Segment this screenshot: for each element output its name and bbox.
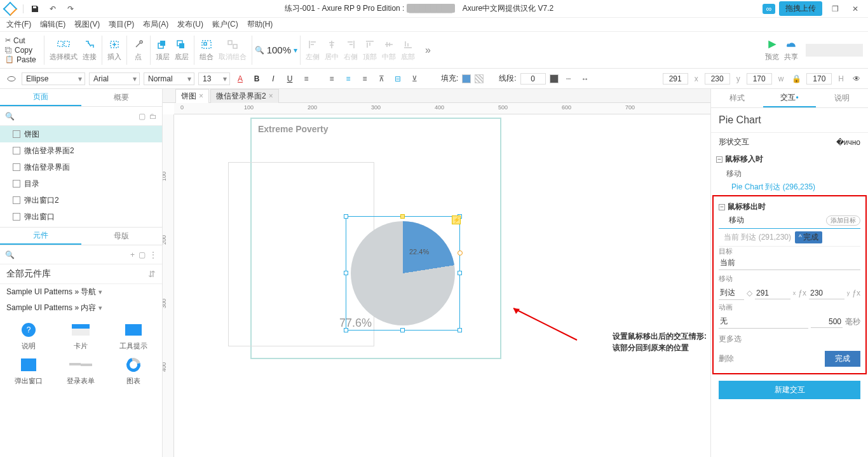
bold-icon[interactable]: B [250, 72, 263, 85]
page-item[interactable]: 弹出窗口2 [0, 192, 162, 208]
insert-tool[interactable]: 插入 [105, 38, 124, 62]
valign-mid-icon[interactable]: ⊟ [391, 72, 404, 85]
close-icon[interactable]: ✕ [848, 4, 863, 13]
send-back[interactable]: 底层 [172, 38, 191, 62]
align-middle[interactable]: 中部 [379, 38, 398, 62]
lib-menu-icon[interactable]: ⋮ [149, 250, 157, 259]
resize-handle[interactable] [458, 271, 462, 275]
tab-interactions[interactable]: 交互 • [763, 89, 815, 107]
target-select[interactable]: 当前 [719, 256, 860, 270]
menu-help[interactable]: 帮助(H) [247, 19, 273, 30]
new-interaction-button[interactable]: 新建交互 [719, 381, 860, 399]
lib-breadcrumb[interactable]: Sample UI Patterns » 内容 ▾ [0, 300, 162, 316]
anim-type-select[interactable]: 无 [719, 315, 808, 329]
bring-front[interactable]: 顶层 [153, 38, 172, 62]
align-left-text-icon[interactable]: ≡ [325, 72, 338, 85]
done-button[interactable]: 完成 [825, 351, 860, 367]
move-type-select[interactable]: 到达 [719, 286, 744, 300]
action-move[interactable]: 移动 [729, 215, 744, 226]
anim-duration-input[interactable] [811, 316, 843, 328]
valign-bot-icon[interactable]: ⊻ [408, 72, 421, 85]
widget-item[interactable]: 弹出窗口 [5, 356, 52, 386]
cut-button[interactable]: ✂ Cut [5, 36, 36, 45]
done-badge[interactable]: ^ 完成 [795, 231, 822, 243]
menu-project[interactable]: 项目(P) [109, 19, 134, 30]
delete-action[interactable]: 删除 [719, 353, 734, 364]
text-color-icon[interactable]: A [234, 72, 247, 85]
select-mode[interactable]: 选择模式 [47, 38, 80, 62]
move-x-input[interactable] [755, 287, 790, 299]
copy-button[interactable]: ⿻ Copy [5, 46, 36, 55]
widget-item[interactable]: 图表 [110, 356, 157, 386]
account-area[interactable] [806, 44, 863, 57]
canvas[interactable]: Extreme Poverty 22.4% 77.6% ⚡ 设置鼠标移出后的交互… [174, 114, 710, 457]
align-right-text-icon[interactable]: ≡ [358, 72, 371, 85]
document-tab[interactable]: 微信登录界面2× [210, 89, 279, 103]
add-interaction-icon[interactable]: �ично [836, 138, 860, 147]
menu-file[interactable]: 文件(F) [6, 19, 31, 30]
bullets-icon[interactable]: ≡ [300, 72, 313, 85]
visibility-icon[interactable]: 👁 [850, 72, 863, 85]
line-width-input[interactable] [520, 73, 546, 85]
connect-tool[interactable]: 连接 [80, 38, 99, 62]
menu-view[interactable]: 视图(V) [74, 19, 100, 30]
save-icon[interactable] [30, 4, 40, 14]
resize-handle[interactable] [344, 214, 348, 219]
line-color[interactable] [550, 74, 559, 83]
resize-handle[interactable] [400, 214, 405, 219]
more-options[interactable]: 更多选 [719, 331, 860, 347]
tab-pages[interactable]: 页面 [0, 89, 81, 106]
italic-icon[interactable]: I [267, 72, 280, 85]
shape-select[interactable]: Ellipse [22, 72, 85, 85]
point-tool[interactable]: 点 [130, 38, 147, 62]
x-input[interactable] [663, 73, 688, 85]
align-center[interactable]: 居中 [322, 38, 341, 62]
add-target-button[interactable]: 添加目标 [826, 215, 860, 226]
align-bottom[interactable]: 底部 [398, 38, 417, 62]
event-mouseleave[interactable]: –鼠标移出时 [719, 199, 860, 215]
weight-select[interactable]: Normal [144, 72, 194, 85]
lib-breadcrumb[interactable]: Sample UI Patterns » 导航 ▾ [0, 284, 162, 300]
widget-item[interactable]: 卡片 [57, 321, 104, 351]
lib-grid-icon[interactable]: ▢ [139, 250, 146, 259]
library-selector[interactable]: 全部元件库 [0, 264, 162, 284]
search-icon[interactable]: 🔍 [5, 250, 15, 259]
maximize-icon[interactable]: ❐ [827, 4, 843, 13]
document-tab[interactable]: 饼图× [175, 89, 209, 103]
size-select[interactable]: 13 [198, 72, 230, 85]
page-item[interactable]: 弹出窗口 [0, 208, 162, 225]
page-item[interactable]: 微信登录界面2 [0, 142, 162, 159]
tab-notes[interactable]: 说明 [816, 89, 868, 107]
h-input[interactable] [806, 73, 832, 85]
underline-icon[interactable]: U [283, 72, 296, 85]
cloud-icon[interactable]: ∞ [763, 4, 775, 14]
zoom-control[interactable]: 🔍 100% ▾ [255, 44, 297, 55]
resize-handle[interactable] [400, 328, 405, 332]
ungroup-button[interactable]: 取消组合 [216, 38, 249, 62]
fill-color[interactable] [462, 74, 471, 83]
share-button[interactable]: 共享 [782, 38, 801, 62]
fill-pattern[interactable] [475, 74, 484, 83]
upload-button[interactable]: 拖拽上传 [779, 1, 822, 16]
font-select[interactable]: Arial [89, 72, 140, 85]
undo-icon[interactable]: ↶ [48, 4, 58, 14]
redo-icon[interactable]: ↷ [65, 4, 76, 14]
align-left[interactable]: 左侧 [303, 38, 322, 62]
close-tab-icon[interactable]: × [269, 92, 273, 100]
tab-style[interactable]: 样式 [711, 89, 763, 107]
align-top[interactable]: 顶部 [360, 38, 379, 62]
menu-edit[interactable]: 编辑(E) [40, 19, 65, 30]
arrow-icon[interactable]: ↔ [579, 72, 592, 85]
resize-handle[interactable] [344, 271, 348, 275]
action-move[interactable]: 移动 [711, 167, 868, 181]
line-style-icon[interactable]: ┄ [562, 72, 575, 85]
page-item[interactable]: 饼图 [0, 126, 162, 142]
group-button[interactable]: 组合 [197, 38, 216, 62]
resize-handle[interactable] [344, 328, 348, 332]
search-icon[interactable]: 🔍 [5, 112, 15, 121]
menu-account[interactable]: 账户(C) [212, 19, 238, 30]
align-center-text-icon[interactable]: ≡ [342, 72, 355, 85]
interaction-badge-icon[interactable]: ⚡ [452, 215, 461, 224]
page-item[interactable]: 微信登录界面 [0, 159, 162, 175]
w-input[interactable] [747, 73, 772, 85]
